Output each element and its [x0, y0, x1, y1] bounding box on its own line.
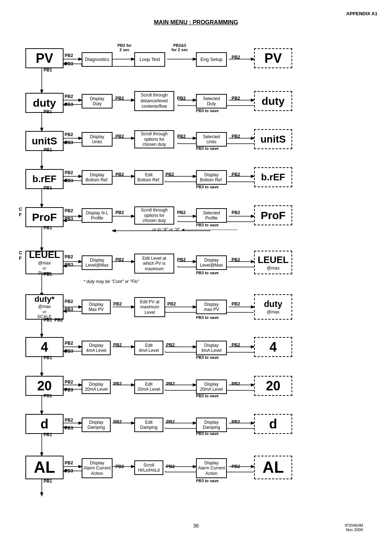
- box-display-maxpv2: Displaymax PV: [196, 300, 227, 314]
- pb2-al-3: PB2: [166, 464, 175, 469]
- pb2-twenty-4: PB2: [232, 381, 240, 386]
- left-box-twenty: 20: [25, 376, 64, 396]
- pb1-d: PB1: [44, 432, 52, 437]
- box-scroll-units: Scroll throughoptions forchosen duty: [134, 130, 174, 148]
- pb3-four-1: PB3: [65, 349, 73, 354]
- pb2-prof-2: PB2: [115, 210, 124, 215]
- box-scroll-duty: Scroll throughdistance/level/contents/fl…: [134, 91, 174, 111]
- pb3save-leuel: PB3 to save: [196, 271, 219, 275]
- pb2-units-1: PB2: [65, 132, 73, 137]
- pb2-duty-2: PB2: [115, 96, 124, 101]
- pb2-prof-1: PB2: [65, 208, 73, 213]
- pb3-dutymax-1: PB3: [65, 307, 73, 312]
- pb23-for-2sec: PB2&3for 2 sec: [167, 43, 192, 52]
- or-to-4-note: or to "4" or "d" ◄─────────────────: [152, 227, 238, 232]
- pb2-bref-2: PB2: [115, 172, 124, 177]
- box-display-bref2: DisplayBottom Ref.: [196, 170, 227, 185]
- pb3-units-1: PB3: [65, 140, 73, 145]
- appendix-label: APPENDIX A1: [15, 11, 377, 16]
- pb2-leuel-3: PB2: [177, 257, 185, 262]
- pb2-bref-1: PB2: [65, 170, 73, 175]
- box-edit-bref: EditBottom Ref.: [134, 170, 163, 185]
- left-box-dutymax: duty* @max or SCALE: [25, 294, 64, 320]
- pb2-duty-4: PB2: [232, 96, 240, 101]
- box-display-units: DisplayUnits: [82, 132, 113, 147]
- box-edit-4ma: Edit4mA Level: [134, 341, 163, 355]
- pb2-d-3: PB2: [166, 419, 175, 424]
- pb3save-bref: PB3 to save: [196, 185, 219, 189]
- pb2-four-4: PB2: [232, 342, 240, 348]
- pb2-engsetup: PB2: [232, 55, 240, 60]
- box-display-duty: DisplayDuty: [82, 94, 113, 108]
- right-box-dutymax: duty @max: [254, 294, 292, 320]
- box-engsetup: Eng Setup: [196, 52, 227, 67]
- duty-note: * duty may be "Cont" or "Flo": [83, 279, 139, 284]
- box-scroll-prof: Scroll throughoptions forchosen duty: [134, 206, 174, 225]
- pb1-prof: PB1: [44, 225, 52, 230]
- pb2-twenty-1: PB2: [65, 379, 73, 385]
- footer-ref: IP2046/IMNov 2006: [0, 523, 363, 532]
- left-box-four: 4: [25, 337, 64, 357]
- box-edit-leuel: Edit Level atwhich PV ismaximum: [134, 254, 174, 274]
- pb3save-duty: PB3 to save: [196, 108, 219, 113]
- right-box-prof: ProF: [254, 205, 292, 225]
- box-display-20ma: Display20mA Level: [82, 379, 111, 394]
- box-selected-duty: SelectedDuty: [196, 94, 227, 108]
- pb3save-dutymax: PB3 to save: [196, 315, 219, 320]
- pb2-prof-4: PB2: [232, 210, 240, 215]
- pb2-dutymax-4: PB2: [232, 301, 240, 307]
- pb2-dutymax-pb2: PB2: [54, 317, 63, 323]
- right-box-duty: duty: [254, 91, 292, 111]
- pb2-units-4: PB2: [232, 134, 240, 139]
- right-box-four: 4: [254, 337, 292, 357]
- pb2-pv-1: PB2: [65, 53, 73, 58]
- right-box-pv: PV: [254, 48, 292, 68]
- pb3-prof-1: PB3: [65, 216, 73, 221]
- pb3-pv-1: PB3: [65, 61, 73, 66]
- box-display-leuel: DisplayLevel@Max: [82, 255, 113, 270]
- box-scroll-alarm: ScrollHi/Lo/HoLd: [134, 460, 163, 475]
- pb3-twenty-1: PB3: [65, 387, 73, 393]
- pb1-al: PB1: [44, 479, 52, 484]
- pb2-leuel-1: PB2: [65, 254, 73, 259]
- box-display-maxpv: DisplayMax PV: [82, 300, 111, 314]
- main-title: MAIN MENU : PROGRAMMING: [15, 19, 377, 26]
- box-display-damping2: DisplayDamping: [196, 418, 227, 432]
- left-box-pv: PV: [25, 48, 64, 68]
- box-edit-pvmax: Edit PV atmaximumLevel: [134, 297, 165, 317]
- pb3-leuel-1: PB3: [65, 262, 73, 267]
- box-display-prof: Display N-LProfile: [82, 208, 113, 223]
- pb2-al-4: PB2: [232, 464, 240, 469]
- pb2-four-2: PB2: [113, 342, 122, 348]
- left-box-leuel: LEUEL @max or Power: [25, 251, 64, 274]
- pb3save-units: PB3 to save: [196, 146, 219, 151]
- pb3save-al: PB3 to save: [196, 479, 219, 483]
- pb1-twenty: PB1: [44, 393, 52, 398]
- pb2-twenty-3: PB2: [166, 381, 175, 386]
- pb2-duty-3: PB2: [177, 96, 185, 101]
- diagram: PV PB2 PB3 Diagnostics PB2 for2 sec Loop…: [15, 37, 377, 516]
- pb2-al-1: PB2: [65, 460, 73, 465]
- box-display-4ma: Display4mA Level: [82, 341, 111, 355]
- box-selected-prof: SelectedProfile: [196, 208, 227, 223]
- page: APPENDIX A1 MAIN MENU : PROGRAMMING: [0, 0, 392, 554]
- cf-label-1: CF: [19, 206, 22, 217]
- pb3-d-1: PB3: [65, 426, 73, 431]
- pb2-bref-3: PB2: [166, 172, 174, 177]
- pb3save-twenty: PB3 to save: [196, 394, 219, 398]
- pb2-leuel-2: PB2: [115, 257, 124, 262]
- pb1-leuel: PB1: [44, 272, 52, 277]
- pb2-dutymax-3: PB2: [167, 301, 176, 307]
- right-box-d: d: [254, 414, 292, 434]
- box-display-bref: DisplayBottom Ref.: [82, 170, 113, 185]
- pb2-dutymax-1: PB2: [65, 299, 73, 304]
- box-selected-units: SelectedUnits: [196, 132, 227, 147]
- right-box-units: unitS: [254, 129, 292, 149]
- pb2-leuel-4: PB2: [232, 257, 240, 262]
- pb2-units-2: PB2: [115, 134, 124, 139]
- pb1-duty: PB1: [44, 109, 52, 114]
- pb2-prof-3: PB2: [177, 210, 185, 215]
- pb2-al-2: PB2: [115, 464, 124, 469]
- pb3-duty-1: PB3: [65, 102, 73, 107]
- box-display-alarm2: DisplayAlarm CurrentAction: [196, 458, 227, 478]
